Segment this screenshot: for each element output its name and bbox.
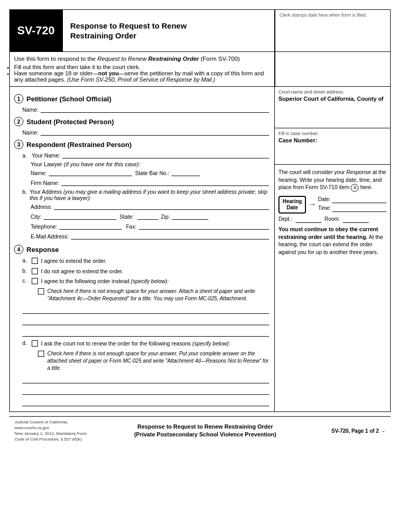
- respondent-firm-field[interactable]: [61, 179, 269, 186]
- case-number-box: Fill in case number: Case Number:: [275, 128, 390, 165]
- top-wrapper: SV-720 Response to Request to Renew Rest…: [9, 9, 391, 87]
- instruction-item-1: Fill out this form and then take it to t…: [14, 64, 269, 70]
- petitioner-name-label: Name:: [22, 107, 38, 113]
- hearing-warning: You must continue to obey the current re…: [278, 225, 386, 256]
- respondent-email-field[interactable]: [71, 232, 269, 240]
- respondent-state-bar-field[interactable]: [171, 169, 200, 176]
- response-c-text: I agree to the following order instead (…: [41, 277, 169, 285]
- respondent-fax-label: Fax:: [126, 223, 136, 230]
- hearing-info-box: The court will consider your Response at…: [275, 165, 390, 260]
- inst-title-bold: Restraining Order: [148, 56, 199, 62]
- footer-right: SV-720, Page 1 of 2 →: [323, 428, 385, 434]
- response-d-checkbox[interactable]: [32, 340, 38, 347]
- instructions-left: Use this form to respond to the Request …: [10, 52, 275, 86]
- response-d-write-lines: [22, 374, 269, 406]
- response-a-text: I agree to extend the order.: [41, 257, 106, 265]
- section-3-label: Respondent (Restrained Person): [26, 141, 131, 149]
- footer-center-line2: (Private Postsecondary School Violence P…: [87, 431, 323, 438]
- hearing-badge-line2: Date: [283, 205, 302, 211]
- footer: Judicial Council of California, www.cour…: [9, 416, 391, 445]
- instructions-list: Fill out this form and then take it to t…: [14, 64, 269, 83]
- response-a-checkbox[interactable]: [32, 258, 38, 264]
- respondent-state-bar-label: State Bar No.:: [135, 170, 169, 176]
- dept-field[interactable]: [296, 216, 322, 223]
- body-wrapper: 1 Petitioner (School Official) Name: 2 S…: [9, 87, 391, 412]
- respondent-zip-label: Zip:: [161, 214, 170, 220]
- respondent-address-field[interactable]: [54, 203, 269, 210]
- form-id-text: SV-720: [17, 24, 55, 37]
- footer-left-line1: Judicial Council of California, www.cour…: [15, 419, 87, 431]
- respondent-sub-b: b. Your Address (you may give a mailing …: [14, 189, 269, 240]
- response-items: a. I agree to extend the order. b. I do …: [14, 257, 269, 406]
- respondent-telephone-field[interactable]: [59, 222, 122, 230]
- case-number-value[interactable]: Case Number:: [278, 137, 386, 143]
- case-number-label: Fill in case number:: [278, 131, 386, 136]
- room-field[interactable]: [343, 216, 369, 223]
- respondent-city-field[interactable]: [44, 212, 116, 220]
- attachment-d-checkbox[interactable]: [38, 351, 44, 357]
- response-d-main: I ask the court not to renew the order f…: [41, 340, 192, 347]
- room-label: Room:: [325, 216, 340, 223]
- respondent-lawyer-name-line: Name: State Bar No.:: [31, 169, 269, 176]
- respondent-your-name-line: a. Your Name:: [22, 151, 269, 158]
- hearing-date-field[interactable]: [332, 196, 386, 203]
- hearing-time-label: Time:: [318, 205, 331, 212]
- footer-form-id: SV-720, Page 1 of 2: [331, 428, 379, 434]
- response-b-checkbox[interactable]: [32, 268, 38, 274]
- write-line-c-3[interactable]: [22, 327, 269, 337]
- section-student-header: 2 Student (Protected Person): [14, 117, 269, 126]
- response-item-c: c. I agree to the following order instea…: [22, 277, 269, 285]
- response-item-b: b. I do not agree to extend the order.: [22, 268, 269, 275]
- write-line-c-2[interactable]: [22, 316, 269, 325]
- section-4-number: 4: [14, 245, 23, 254]
- response-c-main: I agree to the following order instead: [41, 278, 131, 284]
- court-address-label: Court name and street address:: [278, 89, 386, 95]
- respondent-city-state-zip-line: City: State: Zip:: [31, 212, 269, 220]
- write-line-d-3[interactable]: [22, 397, 269, 406]
- attachment-c-checkbox[interactable]: [38, 288, 44, 295]
- attachment-c-text: Check here if there is not enough space …: [47, 288, 269, 302]
- footer-center-line1: Response to Request to Renew Restraining…: [87, 423, 323, 431]
- footer-left-line3: Code of Civil Procedure, § 527.85(k): [15, 436, 87, 442]
- respondent-email-line: E-Mail Address:: [31, 232, 269, 240]
- respondent-lawyer-name-label: Name:: [31, 170, 47, 176]
- attachment-d-text: Check here if there is not enough space …: [47, 350, 269, 372]
- respondent-zip-field[interactable]: [172, 212, 208, 220]
- respondent-sub-a-letter: a.: [22, 152, 30, 158]
- hearing-time-field[interactable]: [332, 205, 386, 212]
- write-line-d-1[interactable]: [22, 374, 269, 383]
- hearing-para3: here.: [358, 184, 372, 190]
- respondent-lawyer-name-field[interactable]: [49, 169, 132, 176]
- respondent-your-name-label: Your Name:: [32, 152, 60, 158]
- attachment-note-d: Check here if there is not enough space …: [38, 350, 269, 372]
- respondent-lawyer-italic: (if you have one for this case):: [64, 161, 140, 167]
- instruction-item-2: Have someone age 18 or older—not you—ser…: [14, 70, 269, 83]
- clerk-stamp-label: Clerk stamps date here when form is file…: [279, 12, 367, 18]
- dept-label: Dept.:: [278, 216, 292, 223]
- instructions-row: Use this form to respond to the Request …: [10, 52, 390, 86]
- respondent-your-name-field[interactable]: [62, 151, 269, 158]
- section-1-label: Petitioner (School Official): [26, 95, 111, 103]
- section-4-label: Response: [26, 246, 59, 254]
- student-name-field[interactable]: [41, 128, 269, 136]
- respondent-state-field[interactable]: [138, 212, 158, 220]
- court-address-value[interactable]: Superior Court of California, County of: [278, 96, 386, 102]
- petitioner-name-row: Name:: [14, 105, 269, 113]
- attachment-note-c: Check here if there is not enough space …: [38, 288, 269, 302]
- respondent-email-label: E-Mail Address:: [31, 233, 69, 240]
- section-1-number: 1: [14, 94, 23, 103]
- response-c-checkbox[interactable]: [32, 278, 38, 284]
- body-right: Court name and street address: Superior …: [275, 87, 390, 411]
- section-petitioner-header: 1 Petitioner (School Official): [14, 94, 269, 103]
- write-line-c-1[interactable]: [22, 304, 269, 314]
- respondent-fax-field[interactable]: [139, 222, 269, 230]
- footer-left-line2: New January 1, 2012, Mandatory Form: [15, 431, 87, 436]
- write-line-d-2[interactable]: [22, 385, 269, 395]
- hearing-para1: The court will consider your: [278, 169, 346, 175]
- hearing-date-line: Date:: [318, 196, 386, 203]
- court-address-box: Court name and street address: Superior …: [275, 87, 390, 128]
- respondent-telephone-fax-line: Telephone: Fax:: [31, 222, 269, 230]
- response-c-letter: c.: [22, 277, 32, 284]
- respondent-lawyer-label: Your Lawyer: [31, 161, 64, 167]
- petitioner-name-field[interactable]: [41, 105, 269, 113]
